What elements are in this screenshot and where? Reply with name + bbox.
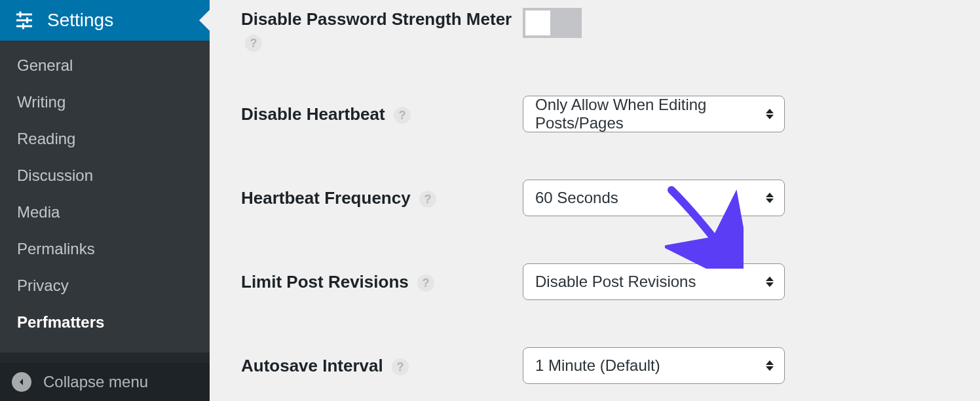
svg-rect-4 (26, 18, 28, 24)
admin-sidebar: Settings General Writing Reading Discuss… (0, 0, 210, 401)
label-heartbeat-frequency: Heartbeat Frequency ? (241, 188, 436, 208)
select-heartbeat-frequency[interactable]: 60 Seconds (523, 180, 785, 216)
select-caret-icon (766, 190, 776, 206)
row-autosave-interval: Autosave Interval ? 1 Minute (Default) (241, 347, 954, 384)
collapse-menu-button[interactable]: Collapse menu (0, 363, 210, 401)
sidebar-item-permalinks[interactable]: Permalinks (0, 231, 210, 267)
sidebar-header-label: Settings (47, 10, 113, 31)
label-disable-heartbeat: Disable Heartbeat ? (241, 104, 411, 124)
label-disable-password-strength-meter: Disable Password Strength Meter ? (241, 9, 512, 52)
help-icon[interactable]: ? (394, 107, 411, 124)
select-limit-post-revisions-value: Disable Post Revisions (535, 273, 696, 291)
svg-rect-5 (22, 24, 24, 29)
select-caret-icon (766, 106, 776, 122)
collapse-arrow-icon (12, 372, 31, 392)
row-disable-password-strength-meter: Disable Password Strength Meter ? (241, 8, 954, 54)
row-heartbeat-frequency: Heartbeat Frequency ? 60 Seconds (241, 180, 954, 216)
help-icon[interactable]: ? (245, 35, 262, 52)
select-limit-post-revisions[interactable]: Disable Post Revisions (523, 263, 785, 300)
toggle-disable-password-strength-meter[interactable] (523, 8, 582, 38)
select-disable-heartbeat[interactable]: Only Allow When Editing Posts/Pages (523, 96, 785, 132)
sidebar-item-reading[interactable]: Reading (0, 121, 210, 157)
label-autosave-interval: Autosave Interval ? (241, 356, 409, 375)
help-icon[interactable]: ? (392, 358, 409, 375)
svg-rect-0 (16, 14, 32, 16)
sidebar-header-settings[interactable]: Settings (0, 0, 210, 41)
label-limit-post-revisions: Limit Post Revisions ? (241, 272, 434, 292)
collapse-menu-label: Collapse menu (43, 373, 148, 391)
select-disable-heartbeat-value: Only Allow When Editing Posts/Pages (535, 96, 759, 132)
svg-rect-1 (16, 20, 32, 22)
help-icon[interactable]: ? (417, 275, 434, 292)
select-autosave-interval-value: 1 Minute (Default) (535, 356, 660, 375)
sidebar-item-writing[interactable]: Writing (0, 84, 210, 121)
sidebar-item-privacy[interactable]: Privacy (0, 267, 210, 304)
help-icon[interactable]: ? (419, 191, 436, 208)
settings-form: Disable Password Strength Meter ? Disabl… (210, 0, 980, 401)
sliders-icon (13, 9, 35, 31)
sidebar-item-general[interactable]: General (0, 47, 210, 84)
sidebar-item-discussion[interactable]: Discussion (0, 157, 210, 194)
row-disable-heartbeat: Disable Heartbeat ? Only Allow When Edit… (241, 96, 954, 132)
svg-rect-3 (20, 12, 22, 18)
select-caret-icon (766, 358, 776, 373)
select-heartbeat-frequency-value: 60 Seconds (535, 189, 618, 207)
select-caret-icon (766, 274, 776, 290)
row-limit-post-revisions: Limit Post Revisions ? Disable Post Revi… (241, 263, 954, 300)
toggle-knob (525, 10, 550, 35)
select-autosave-interval[interactable]: 1 Minute (Default) (523, 347, 785, 384)
sidebar-item-media[interactable]: Media (0, 194, 210, 231)
sidebar-item-perfmatters[interactable]: Perfmatters (0, 304, 210, 341)
settings-submenu: General Writing Reading Discussion Media… (0, 41, 210, 353)
